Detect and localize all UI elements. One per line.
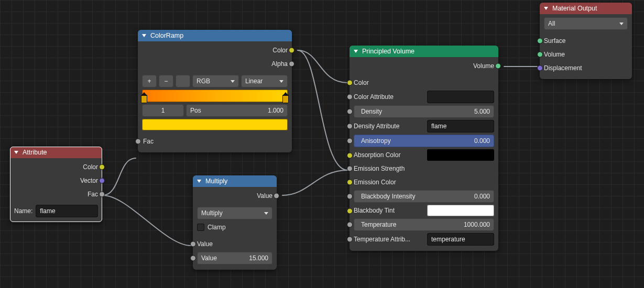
chevron-down-icon (279, 80, 283, 83)
blackbody-tint-label: Blackbody Tint (354, 207, 427, 214)
socket-in-emission-color[interactable] (347, 180, 353, 185)
socket-in-volume[interactable] (537, 52, 543, 58)
stop-pos-field[interactable]: Pos1.000 (186, 104, 288, 117)
input-value-a-label: Value (197, 240, 213, 248)
anisotropy-field[interactable]: Anisotropy0.000 (354, 135, 494, 147)
stop-menu-button[interactable] (176, 75, 190, 87)
output-volume-label: Volume (473, 62, 494, 70)
absorption-color-swatch[interactable] (427, 149, 494, 161)
node-title: Material Output (552, 5, 597, 12)
emission-strength-label: Emission Strength (354, 165, 405, 172)
socket-in-density[interactable] (347, 109, 353, 115)
color-attribute-field[interactable] (427, 91, 494, 103)
output-color-label: Color (272, 47, 288, 54)
remove-stop-button[interactable]: − (159, 75, 173, 87)
socket-in-color-attribute[interactable] (347, 94, 353, 100)
collapse-icon[interactable] (142, 34, 146, 37)
node-header[interactable]: Multiply (193, 175, 277, 187)
emission-color-label: Emission Color (354, 179, 396, 186)
socket-out-color[interactable] (289, 48, 294, 53)
chevron-down-icon (264, 212, 268, 215)
socket-out-vector[interactable] (99, 178, 105, 184)
node-title: Attribute (23, 149, 47, 156)
node-attribute[interactable]: Attribute Color Vector Fac Name: flame (10, 147, 102, 222)
output-fac-label: Fac (88, 191, 98, 198)
socket-in-value-a[interactable] (190, 241, 196, 247)
collapse-icon[interactable] (14, 151, 18, 154)
node-multiply[interactable]: Multiply Value Multiply Clamp Value Valu… (193, 175, 277, 270)
socket-in-temperature[interactable] (347, 222, 353, 228)
input-color-label: Color (354, 79, 369, 86)
collapse-icon[interactable] (354, 50, 358, 53)
density-field[interactable]: Density5.000 (354, 105, 494, 118)
socket-in-fac[interactable] (135, 139, 141, 145)
output-vector-label: Vector (80, 177, 98, 184)
socket-in-blackbody-intensity[interactable] (347, 194, 353, 200)
density-attribute-field[interactable]: flame (427, 120, 494, 132)
temperature-attribute-label: Temperature Attrib... (354, 236, 427, 243)
output-alpha-label: Alpha (271, 60, 288, 68)
target-dropdown[interactable]: All (544, 17, 628, 30)
socket-out-fac[interactable] (99, 192, 105, 197)
socket-out-color[interactable] (99, 164, 105, 170)
clamp-checkbox[interactable]: Clamp (197, 221, 272, 233)
socket-in-anisotropy[interactable] (347, 138, 353, 144)
checkbox-icon (197, 224, 204, 231)
socket-out-volume[interactable] (495, 63, 501, 69)
operation-dropdown[interactable]: Multiply (197, 207, 272, 219)
input-surface-label: Surface (544, 37, 565, 45)
node-title: Principled Volume (362, 48, 414, 55)
socket-in-absorption-color[interactable] (347, 153, 353, 159)
density-attribute-label: Density Attribute (354, 123, 427, 130)
collapse-icon[interactable] (197, 180, 201, 183)
socket-in-color[interactable] (347, 80, 353, 86)
socket-out-alpha[interactable] (289, 61, 294, 67)
socket-in-temperature-attribute[interactable] (347, 237, 353, 242)
temperature-attribute-field[interactable]: temperature (427, 233, 494, 246)
output-color-label: Color (83, 163, 98, 171)
node-principled-volume[interactable]: Principled Volume Volume Color Color Att… (350, 46, 498, 251)
name-label: Name: (14, 207, 32, 215)
ramp-handle-right[interactable] (282, 95, 289, 103)
chevron-down-icon (619, 23, 624, 25)
blackbody-intensity-field[interactable]: Blackbody Intensity0.000 (354, 190, 494, 203)
socket-in-displacement[interactable] (537, 65, 543, 71)
node-title: ColorRamp (150, 32, 183, 39)
node-colorramp[interactable]: ColorRamp Color Alpha + − RGB Linear 1 P… (138, 30, 292, 152)
color-attribute-label: Color Attribute (354, 93, 427, 101)
name-field[interactable]: flame (36, 205, 98, 217)
ramp-handle-left[interactable] (141, 95, 147, 103)
output-value-label: Value (257, 192, 272, 200)
input-displacement-label: Displacement (544, 64, 582, 72)
input-fac-label: Fac (143, 138, 154, 145)
node-header[interactable]: Attribute (10, 147, 102, 158)
interpolation-dropdown[interactable]: Linear (241, 75, 288, 87)
absorption-color-label: Absorption Color (354, 151, 427, 159)
blackbody-tint-swatch[interactable] (427, 205, 494, 216)
socket-in-surface[interactable] (537, 38, 543, 44)
stop-color-swatch[interactable] (142, 119, 288, 130)
socket-in-blackbody-tint[interactable] (347, 208, 353, 214)
socket-in-density-attribute[interactable] (347, 124, 353, 129)
stop-index-field[interactable]: 1 (142, 104, 184, 117)
socket-in-emission-strength[interactable] (347, 166, 353, 172)
socket-out-value[interactable] (274, 193, 279, 199)
color-mode-dropdown[interactable]: RGB (192, 75, 239, 87)
input-volume-label: Volume (544, 51, 565, 58)
temperature-field[interactable]: Temperature1000.000 (354, 218, 494, 231)
node-header[interactable]: Material Output (540, 3, 632, 14)
socket-in-value-b[interactable] (190, 256, 196, 261)
value-b-field[interactable]: Value15.000 (197, 252, 272, 264)
color-ramp-gradient[interactable] (142, 90, 288, 102)
collapse-icon[interactable] (544, 7, 548, 10)
add-stop-button[interactable]: + (142, 75, 157, 87)
node-header[interactable]: ColorRamp (138, 30, 292, 41)
node-header[interactable]: Principled Volume (350, 46, 498, 57)
node-material-output[interactable]: Material Output All Surface Volume Displ… (540, 3, 632, 79)
chevron-down-icon (231, 80, 235, 83)
node-title: Multiply (205, 178, 227, 185)
